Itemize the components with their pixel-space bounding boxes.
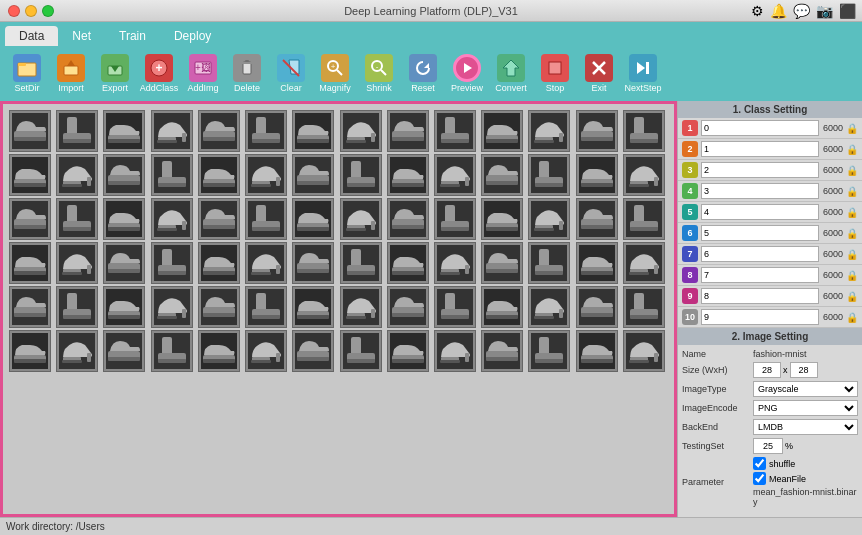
shuffle-checkbox[interactable] [753, 457, 766, 470]
image-thumbnail[interactable] [56, 198, 98, 240]
image-thumbnail[interactable] [434, 242, 476, 284]
tab-deploy[interactable]: Deploy [160, 26, 225, 46]
addimg-button[interactable]: +🖼 AddImg [182, 52, 224, 95]
image-thumbnail[interactable] [151, 110, 193, 152]
image-thumbnail[interactable] [103, 154, 145, 196]
image-thumbnail[interactable] [528, 154, 570, 196]
backend-select[interactable]: LMDB HDF5 [753, 419, 858, 435]
class-lock-icon[interactable]: 🔒 [846, 144, 858, 155]
image-thumbnail[interactable] [103, 242, 145, 284]
image-thumbnail[interactable] [292, 198, 334, 240]
image-thumbnail[interactable] [623, 110, 665, 152]
meanfile-checkbox[interactable] [753, 472, 766, 485]
image-thumbnail[interactable] [9, 330, 51, 372]
exit-button[interactable]: Exit [578, 52, 620, 95]
image-thumbnail[interactable] [434, 154, 476, 196]
image-thumbnail[interactable] [9, 242, 51, 284]
image-thumbnail[interactable] [481, 154, 523, 196]
shrink-button[interactable]: - Shrink [358, 52, 400, 95]
delete-button[interactable]: Delete [226, 52, 268, 95]
class-name-input[interactable] [701, 309, 819, 325]
image-thumbnail[interactable] [387, 154, 429, 196]
class-name-input[interactable] [701, 225, 819, 241]
class-lock-icon[interactable]: 🔒 [846, 165, 858, 176]
image-thumbnail[interactable] [151, 154, 193, 196]
class-name-input[interactable] [701, 204, 819, 220]
image-thumbnail[interactable] [292, 286, 334, 328]
image-thumbnail[interactable] [387, 110, 429, 152]
image-thumbnail[interactable] [151, 198, 193, 240]
export-button[interactable]: Export [94, 52, 136, 95]
image-thumbnail[interactable] [434, 330, 476, 372]
image-thumbnail[interactable] [434, 286, 476, 328]
image-thumbnail[interactable] [576, 154, 618, 196]
image-thumbnail[interactable] [245, 198, 287, 240]
image-thumbnail[interactable] [9, 286, 51, 328]
import-button[interactable]: Import [50, 52, 92, 95]
image-thumbnail[interactable] [103, 198, 145, 240]
height-input[interactable] [790, 362, 818, 378]
image-thumbnail[interactable] [340, 154, 382, 196]
close-button[interactable] [8, 5, 20, 17]
class-lock-icon[interactable]: 🔒 [846, 207, 858, 218]
image-thumbnail[interactable] [56, 330, 98, 372]
image-thumbnail[interactable] [56, 242, 98, 284]
class-lock-icon[interactable]: 🔒 [846, 270, 858, 281]
image-thumbnail[interactable] [481, 286, 523, 328]
class-name-input[interactable] [701, 288, 819, 304]
image-thumbnail[interactable] [623, 242, 665, 284]
image-thumbnail[interactable] [151, 286, 193, 328]
image-thumbnail[interactable] [434, 198, 476, 240]
image-thumbnail[interactable] [340, 330, 382, 372]
maximize-button[interactable] [42, 5, 54, 17]
width-input[interactable] [753, 362, 781, 378]
convert-button[interactable]: Convert [490, 52, 532, 95]
tab-net[interactable]: Net [58, 26, 105, 46]
image-thumbnail[interactable] [56, 110, 98, 152]
image-thumbnail[interactable] [292, 330, 334, 372]
image-thumbnail[interactable] [387, 242, 429, 284]
preview-button[interactable]: Preview [446, 52, 488, 95]
camera-icon[interactable]: 📷 [816, 3, 833, 19]
image-thumbnail[interactable] [198, 198, 240, 240]
image-thumbnail[interactable] [528, 110, 570, 152]
class-lock-icon[interactable]: 🔒 [846, 186, 858, 197]
image-thumbnail[interactable] [340, 242, 382, 284]
class-name-input[interactable] [701, 183, 819, 199]
image-thumbnail[interactable] [245, 242, 287, 284]
image-thumbnail[interactable] [151, 330, 193, 372]
class-name-input[interactable] [701, 267, 819, 283]
image-thumbnail[interactable] [576, 198, 618, 240]
stop-button[interactable]: Stop [534, 52, 576, 95]
image-thumbnail[interactable] [198, 286, 240, 328]
class-lock-icon[interactable]: 🔒 [846, 249, 858, 260]
image-thumbnail[interactable] [528, 330, 570, 372]
image-thumbnail[interactable] [623, 286, 665, 328]
image-thumbnail[interactable] [576, 110, 618, 152]
image-thumbnail[interactable] [9, 154, 51, 196]
clear-button[interactable]: Clear [270, 52, 312, 95]
image-thumbnail[interactable] [56, 286, 98, 328]
image-thumbnail[interactable] [576, 242, 618, 284]
image-thumbnail[interactable] [292, 110, 334, 152]
settings-icon[interactable]: ⚙ [751, 3, 764, 19]
image-thumbnail[interactable] [387, 330, 429, 372]
notification-icon[interactable]: 🔔 [770, 3, 787, 19]
class-name-input[interactable] [701, 120, 819, 136]
image-thumbnail[interactable] [245, 154, 287, 196]
class-lock-icon[interactable]: 🔒 [846, 123, 858, 134]
image-thumbnail[interactable] [340, 286, 382, 328]
image-thumbnail[interactable] [56, 154, 98, 196]
image-thumbnail[interactable] [245, 110, 287, 152]
image-thumbnail[interactable] [387, 198, 429, 240]
image-thumbnail[interactable] [198, 242, 240, 284]
image-thumbnail[interactable] [245, 330, 287, 372]
image-thumbnail[interactable] [245, 286, 287, 328]
testingset-input[interactable] [753, 438, 783, 454]
image-thumbnail[interactable] [292, 154, 334, 196]
image-thumbnail[interactable] [623, 154, 665, 196]
tab-data[interactable]: Data [5, 26, 58, 46]
image-thumbnail[interactable] [151, 242, 193, 284]
class-name-input[interactable] [701, 162, 819, 178]
setdir-button[interactable]: SetDir [6, 52, 48, 95]
